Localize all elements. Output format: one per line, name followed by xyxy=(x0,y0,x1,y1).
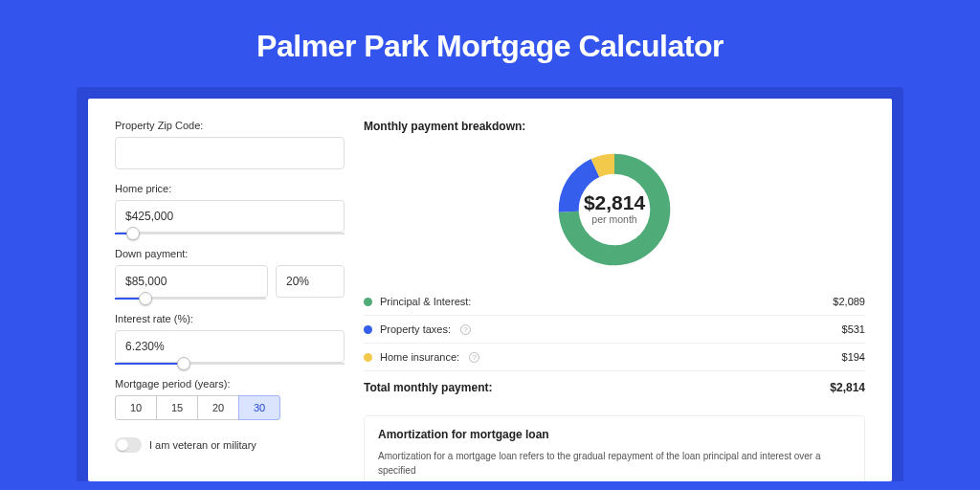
period-button-10[interactable]: 10 xyxy=(115,395,157,420)
zip-field: Property Zip Code: xyxy=(115,120,345,169)
home-price-input[interactable] xyxy=(115,200,345,233)
period-button-30[interactable]: 30 xyxy=(238,395,280,420)
page-title: Palmer Park Mortgage Calculator xyxy=(38,29,942,64)
amortization-body: Amortization for a mortgage loan refers … xyxy=(378,449,851,478)
home-price-field: Home price: xyxy=(115,183,345,234)
breakdown-title: Monthly payment breakdown: xyxy=(364,120,865,133)
calculator-panel: Property Zip Code: Home price: Down paym… xyxy=(88,99,892,481)
legend-dot xyxy=(364,353,372,362)
down-payment-slider[interactable] xyxy=(115,298,266,300)
legend-label: Property taxes: xyxy=(380,323,451,335)
donut-amount: $2,814 xyxy=(584,191,646,213)
zip-input[interactable] xyxy=(115,137,345,169)
down-payment-input[interactable] xyxy=(115,265,268,298)
rate-field: Interest rate (%): xyxy=(115,313,345,365)
total-row: Total monthly payment: $2,814 xyxy=(364,370,865,404)
down-payment-label: Down payment: xyxy=(115,248,345,259)
amortization-title: Amortization for mortgage loan xyxy=(378,428,851,441)
help-icon[interactable]: ? xyxy=(469,352,479,363)
total-label: Total monthly payment: xyxy=(364,381,492,394)
breakdown-column: Monthly payment breakdown: $2,814 per mo… xyxy=(364,120,865,481)
amortization-card: Amortization for mortgage loan Amortizat… xyxy=(364,415,865,481)
rate-slider[interactable] xyxy=(115,363,345,365)
donut-sub: per month xyxy=(591,213,636,225)
period-field: Mortgage period (years): 10152030 xyxy=(115,378,345,420)
period-label: Mortgage period (years): xyxy=(115,378,345,390)
legend-value: $531 xyxy=(842,323,865,335)
calculator-frame: Property Zip Code: Home price: Down paym… xyxy=(77,87,903,481)
veteran-toggle[interactable] xyxy=(115,437,142,453)
legend-value: $2,089 xyxy=(833,296,865,307)
legend-row: Home insurance:?$194 xyxy=(364,343,865,370)
help-icon[interactable]: ? xyxy=(460,324,471,335)
rate-label: Interest rate (%): xyxy=(115,313,345,324)
veteran-row: I am veteran or military xyxy=(115,437,345,453)
legend-value: $194 xyxy=(842,351,865,363)
total-value: $2,814 xyxy=(830,381,865,394)
down-payment-pct-input[interactable] xyxy=(276,265,345,298)
zip-label: Property Zip Code: xyxy=(115,120,345,131)
home-price-label: Home price: xyxy=(115,183,345,194)
legend-dot xyxy=(364,325,372,334)
period-button-15[interactable]: 15 xyxy=(156,395,198,420)
inputs-column: Property Zip Code: Home price: Down paym… xyxy=(115,120,345,481)
legend-label: Principal & Interest: xyxy=(380,296,471,307)
legend: Principal & Interest:$2,089Property taxe… xyxy=(364,288,865,370)
veteran-label: I am veteran or military xyxy=(149,439,256,451)
legend-row: Principal & Interest:$2,089 xyxy=(364,288,865,315)
legend-label: Home insurance: xyxy=(380,351,459,363)
home-price-slider[interactable] xyxy=(115,233,345,234)
legend-dot xyxy=(364,298,372,306)
donut-chart: $2,814 per month xyxy=(364,143,865,277)
period-button-20[interactable]: 20 xyxy=(197,395,239,420)
down-payment-field: Down payment: xyxy=(115,248,345,300)
rate-input[interactable] xyxy=(115,330,345,363)
legend-row: Property taxes:?$531 xyxy=(364,315,865,343)
period-buttons: 10152030 xyxy=(115,395,345,420)
